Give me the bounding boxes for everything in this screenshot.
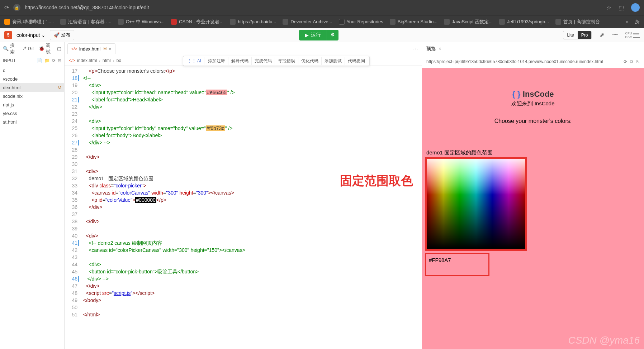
bookmark-item[interactable]: C++ 中 Windows... (118, 19, 165, 25)
color-value-text: #FF98A7 (429, 257, 451, 263)
code-editor[interactable]: 1718192021222324252627282930313233343536… (65, 66, 422, 349)
tab-modified-badge: M (103, 47, 106, 51)
extensions-icon[interactable]: ⬚ (619, 4, 624, 11)
file-item[interactable]: vscode (0, 75, 64, 83)
lite-button[interactable]: Lite (563, 31, 577, 39)
resource-meter: CPU ▬▬RAM ▬▬ (625, 32, 640, 39)
ai-action[interactable]: 添加注释 (205, 57, 228, 65)
bookmarks-overflow-icon[interactable]: » (626, 19, 629, 24)
more-icon[interactable]: ··· (413, 46, 419, 51)
lock-icon[interactable]: 🔒 (13, 4, 20, 11)
close-icon[interactable]: × (109, 46, 112, 52)
wave-icon[interactable]: 〰 (612, 32, 618, 38)
bookmark-item[interactable]: https://pan.baidu... (230, 19, 276, 25)
bookmark-item[interactable]: JavaScript 函数定... (444, 19, 493, 25)
gear-icon: ⚙ (331, 32, 335, 37)
run-button[interactable]: ▶运行 (299, 30, 327, 40)
bookmark-label: JeffLi1993/springb... (507, 19, 549, 24)
bookmark-item[interactable]: Devcenter Archive... (283, 19, 332, 25)
browser-address-bar: ⟳ 🔒 https://inscode.csdn.net/@qq_3887014… (0, 0, 644, 15)
ide-container: 5 color-input ⌄ 🚀发布 ▶运行 ⚙ Lite Pro ⬈ 〰 C… (0, 28, 644, 349)
bookmark-label: C++ 中 Windows... (126, 19, 165, 25)
bookmarks-folder[interactable]: 所 (635, 19, 640, 25)
breadcrumb: </> index.html › html › bo ⋮⋮ AI 添加注释解释代… (65, 55, 422, 66)
new-folder-icon[interactable]: 📁 (44, 58, 50, 63)
debug-tool[interactable]: 🐞调试 (39, 42, 52, 55)
file-name: ript.js (3, 102, 14, 107)
bookmark-label: https://pan.baidu... (238, 19, 276, 24)
bookmark-item[interactable]: 首页 | 高德控制台 (555, 19, 600, 25)
new-file-icon[interactable]: 📄 (37, 58, 42, 63)
ide-toolbar: 5 color-input ⌄ 🚀发布 ▶运行 ⚙ Lite Pro ⬈ 〰 C… (0, 28, 644, 42)
breadcrumb-item[interactable]: index.html (77, 58, 97, 63)
file-name: c (3, 68, 5, 73)
bookmark-favicon (499, 19, 505, 25)
refresh-files-icon[interactable]: ⟳ (52, 58, 56, 63)
editor-tabs: </> index.html M × ··· (65, 42, 422, 55)
breadcrumb-item[interactable]: bo (117, 58, 121, 63)
file-name: vscode (3, 76, 18, 82)
bookmark-item[interactable]: 汇编语言 | 客存器 -... (60, 19, 111, 25)
run-settings-button[interactable]: ⚙ (327, 30, 338, 40)
bookmark-favicon (4, 19, 10, 25)
bookmark-item[interactable]: CSDN - 专业开发者... (171, 19, 223, 25)
open-external-icon[interactable]: ⇱ (636, 59, 640, 64)
refresh-icon[interactable]: ⟳ (4, 4, 9, 11)
preview-content: { } InsCode 欢迎来到 InsCode Choose your mon… (422, 68, 644, 349)
ai-action[interactable]: 解释代码 (228, 57, 252, 65)
ai-action[interactable]: 代码提问 (345, 57, 368, 65)
preview-panel: 预览 × https://project-iprj669e1350dc96e65… (422, 42, 644, 349)
copy-icon[interactable]: ⧉ (630, 59, 633, 64)
ai-action[interactable]: 完成代码 (252, 57, 275, 65)
preview-url-text[interactable]: https://project-iprj669e1350dc96e65780d5… (426, 59, 621, 64)
tab-index-html[interactable]: </> index.html M × (67, 43, 115, 54)
bookmark-favicon (339, 19, 345, 25)
demo1-label: demo1 固定区域的颜色范围 (426, 149, 641, 156)
collapse-icon[interactable]: ⊟ (58, 58, 61, 63)
html-file-icon: </> (71, 47, 77, 51)
pro-button[interactable]: Pro (578, 31, 592, 39)
bookmark-favicon (118, 19, 124, 25)
git-tool[interactable]: ⎇ Git (21, 46, 34, 51)
play-icon: ▶ (305, 32, 309, 38)
preview-title: 预览 (426, 46, 436, 52)
choose-text: Choose your monster's colors: (425, 118, 641, 124)
annotation-overlay: 固定范围取色 (340, 177, 413, 184)
url-text[interactable]: https://inscode.csdn.net/@qq_38870145/co… (25, 5, 599, 10)
star-icon[interactable]: ☆ (606, 4, 611, 11)
bookmark-item[interactable]: 资讯·哔哩哔哩 ( ˘ -... (4, 19, 54, 25)
panel-toggle-icon[interactable]: ▢ (57, 46, 61, 51)
bookmark-item[interactable]: BigScreen Studio... (390, 19, 437, 25)
project-name-dropdown[interactable]: color-input ⌄ (16, 32, 46, 38)
bookmark-favicon (230, 19, 236, 25)
file-item[interactable]: c (0, 66, 64, 75)
reload-icon[interactable]: ⟳ (624, 59, 627, 64)
close-icon[interactable]: × (439, 46, 441, 51)
file-item[interactable]: dex.htmlM (0, 83, 64, 92)
ai-action[interactable]: 寻找错误 (275, 57, 298, 65)
cursor-icon[interactable]: ⬈ (600, 32, 604, 38)
bookmark-favicon (444, 19, 450, 25)
bookmark-item[interactable]: JeffLi1993/springb... (499, 19, 549, 25)
bookmark-label: BigScreen Studio... (398, 19, 437, 24)
color-value-box: #FF98A7 (425, 253, 489, 276)
search-tool[interactable]: 🔍搜索 (3, 42, 16, 55)
file-item[interactable]: yle.css (0, 109, 64, 118)
ai-badge[interactable]: ⋮⋮ AI (185, 57, 204, 65)
breadcrumb-item[interactable]: html (103, 58, 111, 63)
file-item[interactable]: st.html (0, 118, 64, 126)
ai-action[interactable]: 优化代码 (298, 57, 322, 65)
file-name: yle.css (3, 111, 17, 116)
editor-area: </> index.html M × ··· </> index.html › … (65, 42, 422, 349)
color-canvas[interactable] (427, 159, 525, 249)
html5-icon: 5 (4, 31, 12, 39)
bookmark-favicon (283, 19, 288, 25)
file-item[interactable]: ript.js (0, 100, 64, 109)
ai-toolbar: ⋮⋮ AI 添加注释解释代码完成代码寻找错误优化代码添加测试代码提问 (183, 56, 370, 66)
file-item[interactable]: scode.nix (0, 92, 64, 100)
ai-action[interactable]: 添加测试 (322, 57, 345, 65)
watermark: CSDN @yma16 (568, 335, 640, 346)
publish-button[interactable]: 🚀发布 (50, 30, 74, 40)
bookmark-item[interactable]: Your Repositories (339, 19, 383, 25)
profile-avatar[interactable] (631, 3, 640, 12)
